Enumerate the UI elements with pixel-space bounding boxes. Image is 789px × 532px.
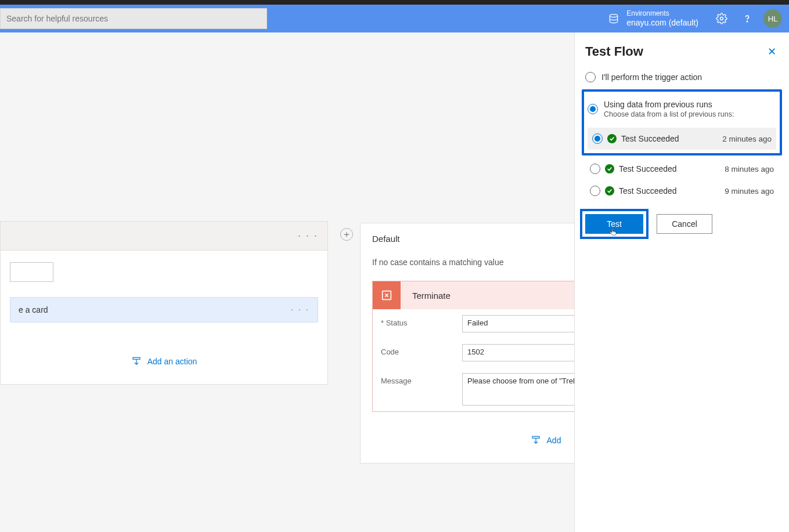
- success-icon: [605, 186, 614, 196]
- cancel-button[interactable]: Cancel: [657, 214, 712, 234]
- default-add-action-label: Add: [547, 436, 561, 445]
- environments-label: Environments: [626, 9, 698, 17]
- svg-rect-3: [133, 357, 140, 359]
- svg-point-1: [720, 17, 723, 20]
- svg-rect-8: [532, 436, 539, 438]
- radio-icon: [592, 133, 603, 144]
- run-item[interactable]: Test Succeeded 8 minutes ago: [585, 158, 779, 180]
- trello-action-row[interactable]: e a card · · ·: [10, 297, 318, 323]
- success-icon: [607, 134, 617, 143]
- avatar[interactable]: HL: [763, 9, 782, 28]
- option-previous-label: Using data from previous runs: [604, 100, 734, 109]
- tutorial-highlight-test-button: Test: [580, 209, 649, 239]
- run-time: 9 minutes ago: [725, 187, 774, 196]
- radio-icon: [585, 72, 596, 82]
- settings-icon[interactable]: [712, 9, 731, 28]
- insert-step-icon: [131, 356, 142, 367]
- environments-icon[interactable]: [607, 12, 621, 26]
- run-item[interactable]: Test Succeeded 9 minutes ago: [585, 180, 779, 202]
- case-card-header: · · ·: [1, 222, 327, 251]
- radio-icon: [590, 186, 600, 196]
- case-value-input[interactable]: [10, 262, 53, 282]
- close-icon[interactable]: ✕: [765, 43, 779, 60]
- panel-title: Test Flow: [585, 44, 643, 59]
- run-status: Test Succeeded: [619, 164, 677, 173]
- environment-name: enayu.com (default): [626, 18, 698, 28]
- search-input[interactable]: [6, 14, 261, 23]
- run-item[interactable]: Test Succeeded 2 minutes ago: [588, 128, 776, 150]
- environment-picker[interactable]: Environments enayu.com (default): [626, 9, 698, 27]
- search-box[interactable]: [0, 8, 267, 29]
- run-time: 2 minutes ago: [722, 135, 772, 143]
- cursor-icon: [608, 228, 618, 237]
- radio-icon: [588, 104, 598, 114]
- test-button[interactable]: Test: [585, 214, 643, 234]
- test-flow-panel: Test Flow ✕ I'll perform the trigger act…: [574, 32, 789, 532]
- test-button-label: Test: [607, 219, 622, 229]
- trello-action-label: e a card: [19, 305, 48, 314]
- terminate-icon: [373, 281, 401, 309]
- run-status: Test Succeeded: [619, 186, 677, 196]
- svg-point-2: [747, 21, 747, 21]
- insert-step-icon: [531, 435, 541, 446]
- run-time: 8 minutes ago: [725, 165, 774, 173]
- svg-point-0: [610, 15, 618, 17]
- avatar-initials: HL: [768, 15, 778, 23]
- message-label: Message: [381, 373, 456, 385]
- code-label: Code: [381, 344, 456, 356]
- success-icon: [605, 164, 614, 173]
- add-branch-icon[interactable]: ＋: [340, 228, 353, 241]
- status-label: * Status: [381, 315, 456, 327]
- window-top-strip: [0, 0, 789, 5]
- option-manual-label: I'll perform the trigger action: [601, 73, 702, 82]
- radio-icon: [590, 164, 600, 174]
- cancel-button-label: Cancel: [672, 219, 697, 229]
- tutorial-highlight-previous-runs: Using data from previous runs Choose dat…: [582, 89, 782, 155]
- case-more-icon[interactable]: · · ·: [298, 230, 318, 242]
- terminate-title: Terminate: [401, 291, 451, 301]
- add-action-label: Add an action: [147, 357, 197, 366]
- trello-more-icon[interactable]: · · ·: [291, 305, 309, 315]
- previous-runs-hint: Choose data from a list of previous runs…: [604, 110, 734, 118]
- option-previous-runs[interactable]: Using data from previous runs Choose dat…: [588, 96, 776, 122]
- option-manual-trigger[interactable]: I'll perform the trigger action: [585, 68, 779, 86]
- case-card: · · · e a card · · · Add an action: [0, 221, 328, 385]
- help-icon[interactable]: [738, 9, 756, 28]
- run-status: Test Succeeded: [621, 134, 679, 143]
- add-action-button[interactable]: Add an action: [10, 356, 318, 367]
- app-header: Environments enayu.com (default) HL: [0, 5, 789, 32]
